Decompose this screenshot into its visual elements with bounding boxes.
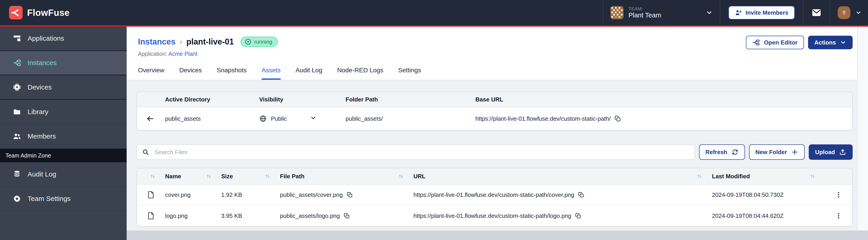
row-menu-kebab-icon[interactable] [825,212,852,219]
tab-audit-log[interactable]: Audit Log [296,67,322,80]
plus-icon [791,148,798,156]
brand[interactable]: FlowFuse [9,6,70,20]
col-url: URL [413,173,425,180]
assets-content: Active Directory Visibility Folder Path … [127,80,857,240]
active-directory-card: Active Directory Visibility Folder Path … [136,92,852,130]
sort-icon[interactable] [696,173,703,180]
chevron-down-icon [840,39,846,46]
scrollbar-gutter[interactable] [857,27,868,231]
actions-button[interactable]: Actions [808,36,852,49]
sort-icon[interactable] [205,173,212,180]
page-header: Instances › plant-live-01 running Applic… [127,27,857,80]
tab-assets[interactable]: Assets [262,67,281,80]
col-folder-path: Folder Path [346,96,475,103]
actions-label: Actions [814,39,836,46]
tab-node-red-logs[interactable]: Node-RED Logs [337,67,383,80]
tab-bar: Overview Devices Snapshots Assets Audit … [138,67,852,80]
directory-row: public_assets Public public_assets/ [137,107,852,130]
refresh-button[interactable]: Refresh [699,144,745,160]
breadcrumb-separator: › [180,37,182,46]
instances-icon [13,59,21,67]
base-url-value: https://plant-live-01.flowfuse.dev/custo… [475,115,611,122]
row-menu-kebab-icon[interactable] [825,191,852,198]
new-folder-button[interactable]: New Folder [749,144,805,160]
refresh-icon [732,148,739,156]
file-name: logo.png [165,212,221,219]
chevron-down-icon [706,9,713,16]
sidebar-item-label: Members [28,132,56,140]
separator [720,0,720,25]
team-avatar [611,6,623,19]
file-icon [137,212,165,220]
team-selector[interactable]: TEAM: Plant Team [603,0,720,25]
breadcrumb-instances-link[interactable]: Instances [138,37,176,46]
copy-icon[interactable] [578,192,584,198]
copy-icon[interactable] [575,213,581,219]
search-input[interactable] [154,148,689,156]
tab-settings[interactable]: Settings [398,67,421,80]
app-window: FlowFuse [0,0,868,240]
tab-overview[interactable]: Overview [138,67,164,80]
col-base-url: Base URL [475,96,852,103]
directory-header-row: Active Directory Visibility Folder Path … [137,92,852,107]
files-header-row: Name Size File Path [137,168,852,185]
folder-path-value: public_assets/ [346,115,475,122]
files-toolbar: Refresh New Folder Upload [136,144,852,160]
sort-icon[interactable] [809,173,816,180]
tab-devices[interactable]: Devices [179,67,202,80]
back-arrow-icon[interactable] [137,114,165,123]
sidebar-item-team-settings[interactable]: Team Settings [0,187,127,211]
refresh-label: Refresh [705,149,727,156]
file-last-modified: 2024-09-19T08:04:44.620Z [712,212,825,219]
col-active-directory: Active Directory [165,96,259,103]
tab-snapshots[interactable]: Snapshots [217,67,247,80]
sidebar-item-label: Devices [28,83,52,91]
file-size: 3.95 KB [221,212,280,219]
horizontal-scrollbar[interactable] [127,231,868,240]
sidebar-item-label: Audit Log [28,170,56,178]
upload-button[interactable]: Upload [809,144,852,160]
sort-icon[interactable] [149,173,156,180]
topbar-right: TEAM: Plant Team Invite Members [603,0,868,25]
table-row[interactable]: logo.png 3.95 KB public_assets/logo.png … [137,205,852,226]
application-label: Application: [138,50,167,57]
col-last-modified: Last Modified [712,173,750,180]
sidebar-item-applications[interactable]: Applications [0,27,127,51]
status-badge: running [241,37,278,47]
team-texts: TEAM: Plant Team [628,6,661,19]
file-name: cover.png [165,192,221,198]
copy-icon[interactable] [614,115,621,122]
gear-icon [13,194,21,203]
sidebar-item-instances[interactable]: Instances [0,51,127,75]
application-link[interactable]: Acme Plant [168,50,197,57]
col-visibility: Visibility [259,96,346,103]
user-menu[interactable]: fl [830,0,868,25]
status-badge-label: running [254,39,272,45]
sidebar-item-members[interactable]: Members [0,124,127,149]
sidebar-item-audit-log[interactable]: Audit Log [0,162,127,187]
upload-label: Upload [815,149,835,156]
chevron-down-icon [310,115,316,123]
brand-name: FlowFuse [27,8,70,18]
notifications-mail-icon[interactable] [803,0,830,25]
file-icon [137,191,165,199]
invite-members-button[interactable]: Invite Members [728,6,795,20]
sidebar-item-devices[interactable]: Devices [0,75,127,100]
search-icon [142,148,149,156]
application-row: Application: Acme Plant [138,50,852,57]
sidebar-item-label: Instances [28,59,57,67]
open-editor-button[interactable]: Open Editor [746,36,804,49]
copy-icon[interactable] [346,192,353,198]
sidebar-item-library[interactable]: Library [0,100,127,124]
sidebar-item-label: Library [28,108,49,116]
new-folder-label: New Folder [755,149,787,156]
file-url: https://plant-live-01.flowfuse.dev/custo… [413,212,571,219]
sort-icon[interactable] [398,173,404,180]
table-row[interactable]: cover.png 1.92 KB public_assets/cover.pn… [137,185,852,205]
directory-name: public_assets [165,115,259,122]
sort-icon[interactable] [264,173,271,180]
search-box [136,144,695,160]
copy-icon[interactable] [344,213,350,219]
col-file-path: File Path [280,173,304,180]
visibility-dropdown[interactable]: Public [259,115,346,123]
